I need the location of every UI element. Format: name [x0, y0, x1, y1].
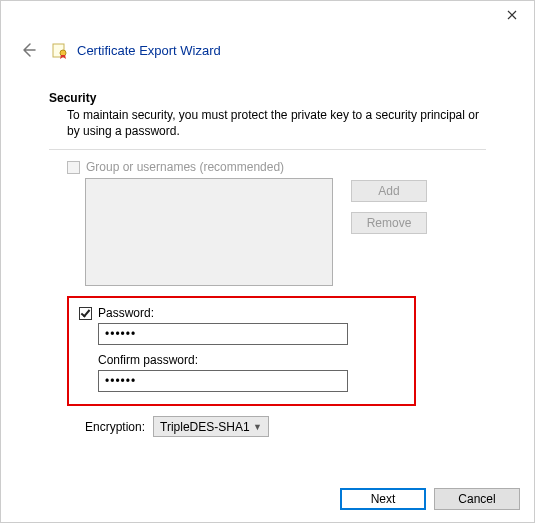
confirm-password-label: Confirm password:: [98, 353, 404, 367]
close-button[interactable]: [490, 1, 534, 29]
cancel-button[interactable]: Cancel: [434, 488, 520, 510]
encryption-select[interactable]: TripleDES-SHA1 ▼: [153, 416, 269, 437]
footer-buttons: Next Cancel: [340, 488, 520, 510]
group-usernames-label: Group or usernames (recommended): [86, 160, 284, 174]
section-description: To maintain security, you must protect t…: [49, 107, 486, 139]
group-usernames-row: Group or usernames (recommended): [49, 160, 486, 174]
wizard-header: Certificate Export Wizard: [1, 33, 534, 73]
divider: [49, 149, 486, 150]
wizard-title: Certificate Export Wizard: [77, 43, 221, 58]
password-field[interactable]: [98, 323, 348, 345]
back-button[interactable]: [19, 41, 37, 59]
encryption-label: Encryption:: [85, 420, 145, 434]
group-usernames-checkbox: [67, 161, 80, 174]
password-checkbox-label: Password:: [98, 306, 154, 320]
content-area: Security To maintain security, you must …: [1, 73, 534, 437]
encryption-selected-value: TripleDES-SHA1: [160, 420, 250, 434]
password-checkbox[interactable]: [79, 307, 92, 320]
principals-listbox: [85, 178, 333, 286]
chevron-down-icon: ▼: [253, 422, 262, 432]
back-arrow-icon: [19, 41, 37, 59]
close-icon: [507, 10, 517, 20]
add-button: Add: [351, 180, 427, 202]
next-button[interactable]: Next: [340, 488, 426, 510]
titlebar: [1, 1, 534, 33]
section-heading: Security: [49, 91, 486, 105]
password-highlight-box: Password: Confirm password:: [67, 296, 416, 406]
confirm-password-field[interactable]: [98, 370, 348, 392]
certificate-icon: [51, 41, 69, 59]
remove-button: Remove: [351, 212, 427, 234]
